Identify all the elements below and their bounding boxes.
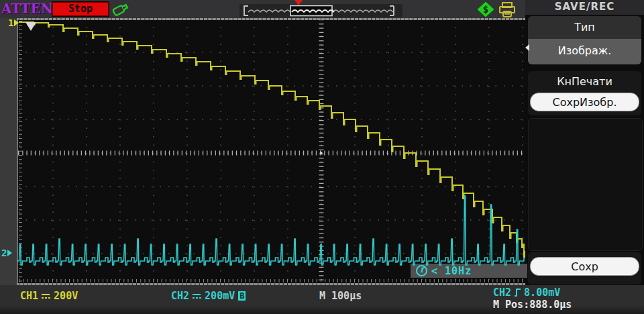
menu-panel: Тип Изображ. КнПечати СохрИзобр. Сохр bbox=[525, 15, 644, 285]
ch2-info: CH2200mVB bbox=[171, 290, 246, 302]
ch2-arrow-icon bbox=[7, 250, 12, 256]
svg-text:$: $ bbox=[483, 4, 488, 15]
oscilloscope-screen: ATTEN Stop $ bbox=[0, 0, 644, 314]
ch1-arrow-icon bbox=[14, 19, 19, 26]
printer-icon bbox=[497, 1, 518, 19]
timebase-readout: M 100µs bbox=[319, 290, 362, 302]
bandwidth-badge: B bbox=[238, 291, 246, 301]
dollar-icon: $ bbox=[476, 1, 495, 18]
trigger-position-icon[interactable] bbox=[293, 0, 304, 7]
brand-logo: ATTEN bbox=[1, 1, 53, 17]
status-bar: CH1200V CH2200mVB M 100µs CH28.00mV M Po… bbox=[0, 285, 644, 314]
ch1-dc-coupling-icon bbox=[41, 293, 51, 300]
graticule: f < 10Hz bbox=[17, 18, 525, 285]
mpos-readout: M Pos:888.0µs bbox=[493, 299, 572, 311]
ch2-position-marker[interactable]: 2 bbox=[1, 248, 12, 258]
menu-value-saveimage[interactable]: СохрИзобр. bbox=[530, 93, 639, 111]
usb-device-icon bbox=[109, 1, 132, 18]
menu-group-save: Сохр bbox=[528, 252, 641, 284]
freq-counter-value: < 10Hz bbox=[431, 265, 472, 277]
menu-group-print: КнПечати СохрИзобр. bbox=[528, 71, 641, 115]
selection-arrow-icon bbox=[525, 44, 529, 51]
ch1-position-marker[interactable]: 1 bbox=[8, 17, 19, 28]
rising-edge-icon bbox=[514, 288, 521, 297]
menu-group-type: Тип Изображ. bbox=[528, 16, 641, 64]
run-state-badge: Stop bbox=[52, 2, 109, 16]
menu-label-printkey: КнПечати bbox=[528, 71, 641, 91]
frequency-icon: f bbox=[416, 265, 427, 276]
menu-value-image[interactable]: Изображ. bbox=[528, 39, 641, 64]
trigger-readout: CH28.00mV bbox=[493, 286, 560, 299]
menu-label-type: Тип bbox=[528, 16, 641, 39]
ch1-info: CH1200V bbox=[20, 290, 78, 302]
waveform-position-bar[interactable] bbox=[239, 4, 402, 17]
menu-empty-block bbox=[528, 118, 643, 251]
menu-title: SAVE/REC bbox=[525, 0, 644, 15]
ch2-dc-coupling-icon bbox=[192, 293, 202, 300]
freq-counter-badge: f < 10Hz bbox=[411, 264, 527, 278]
save-button[interactable]: Сохр bbox=[530, 257, 639, 276]
grid-svg bbox=[17, 18, 525, 285]
